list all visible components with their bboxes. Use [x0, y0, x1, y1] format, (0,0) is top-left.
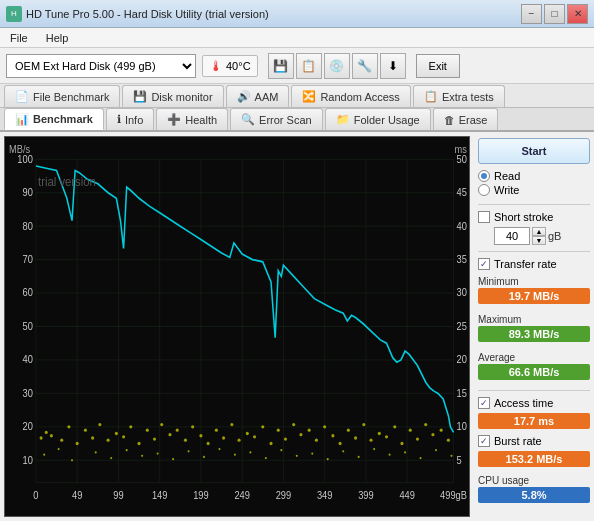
svg-text:99: 99 [113, 490, 123, 501]
toolbar-btn-5[interactable]: ⬇ [380, 53, 406, 79]
svg-point-47 [222, 436, 225, 439]
svg-point-66 [369, 439, 372, 442]
minimize-button[interactable]: − [521, 4, 542, 24]
exit-button[interactable]: Exit [416, 54, 460, 78]
average-label: Average [478, 352, 590, 363]
svg-point-96 [342, 450, 344, 452]
burst-rate-checkbox[interactable]: ✓ [478, 435, 490, 447]
svg-point-62 [339, 442, 342, 445]
tab-info[interactable]: ℹ Info [106, 108, 154, 130]
svg-text:50: 50 [457, 153, 467, 164]
svg-point-71 [409, 428, 412, 431]
tab-folder-usage[interactable]: 📁 Folder Usage [325, 108, 431, 130]
spinbox-input[interactable] [494, 227, 530, 245]
tab-aam[interactable]: 🔊 AAM [226, 85, 290, 107]
minimum-value: 19.7 MB/s [478, 288, 590, 304]
transfer-rate-label: Transfer rate [494, 258, 557, 270]
tab-erase[interactable]: 🗑 Erase [433, 108, 499, 130]
svg-text:30: 30 [457, 287, 467, 298]
svg-point-86 [188, 450, 190, 452]
menu-file[interactable]: File [6, 31, 32, 45]
svg-point-73 [424, 423, 427, 426]
svg-text:149: 149 [152, 490, 167, 501]
extra-tests-icon: 📋 [424, 90, 438, 103]
erase-icon: 🗑 [444, 114, 455, 126]
svg-point-80 [95, 451, 97, 453]
temperature-display: 🌡 40°C [202, 55, 258, 77]
tab-extra-tests[interactable]: 📋 Extra tests [413, 85, 505, 107]
disk-select[interactable]: OEM Ext Hard Disk (499 gB) [6, 54, 196, 78]
svg-point-27 [67, 425, 70, 428]
maximize-button[interactable]: □ [544, 4, 565, 24]
svg-point-28 [76, 442, 79, 445]
access-time-option[interactable]: ✓ Access time [478, 397, 590, 409]
svg-point-37 [146, 428, 149, 431]
svg-point-89 [234, 454, 236, 456]
svg-point-38 [153, 437, 156, 440]
toolbar-btn-1[interactable]: 💾 [268, 53, 294, 79]
svg-point-23 [40, 436, 43, 439]
tab-health[interactable]: ➕ Health [156, 108, 228, 130]
svg-text:49: 49 [72, 490, 82, 501]
start-button[interactable]: Start [478, 138, 590, 164]
app-icon: H [6, 6, 22, 22]
tab-file-benchmark[interactable]: 📄 File Benchmark [4, 85, 120, 107]
access-time-label: Access time [494, 397, 553, 409]
svg-point-85 [172, 458, 174, 460]
svg-point-54 [277, 428, 280, 431]
tab-random-access[interactable]: 🔀 Random Access [291, 85, 410, 107]
svg-point-77 [43, 454, 45, 456]
toolbar-btn-4[interactable]: 🔧 [352, 53, 378, 79]
svg-text:90: 90 [23, 187, 33, 198]
svg-point-34 [122, 435, 125, 438]
svg-text:30: 30 [23, 387, 33, 398]
menu-help[interactable]: Help [42, 31, 73, 45]
access-time-checkbox[interactable]: ✓ [478, 397, 490, 409]
tab-error-scan[interactable]: 🔍 Error Scan [230, 108, 323, 130]
spin-up[interactable]: ▲ [532, 227, 546, 236]
transfer-rate-option[interactable]: ✓ Transfer rate [478, 258, 590, 270]
svg-point-40 [168, 433, 171, 436]
error-scan-label: Error Scan [259, 114, 312, 126]
burst-rate-option[interactable]: ✓ Burst rate [478, 435, 590, 447]
svg-point-25 [50, 434, 53, 437]
svg-text:80: 80 [23, 220, 33, 231]
close-button[interactable]: ✕ [567, 4, 588, 24]
svg-text:299: 299 [276, 490, 291, 501]
window-title: HD Tune Pro 5.00 - Hard Disk Utility (tr… [26, 8, 269, 20]
svg-text:249: 249 [234, 490, 249, 501]
benchmark-chart: 100 90 80 70 60 50 40 30 20 10 50 45 40 … [5, 137, 469, 516]
average-section: Average 66.6 MB/s [478, 352, 590, 382]
svg-point-98 [373, 448, 375, 450]
svg-point-70 [400, 442, 403, 445]
svg-point-59 [315, 439, 318, 442]
cpu-usage-label: CPU usage [478, 475, 590, 486]
svg-point-95 [327, 458, 329, 460]
read-radio[interactable] [478, 170, 490, 182]
access-time-value: 17.7 ms [478, 413, 590, 429]
write-radio[interactable] [478, 184, 490, 196]
spin-down[interactable]: ▼ [532, 236, 546, 245]
svg-point-84 [157, 452, 159, 454]
short-stroke-option[interactable]: Short stroke [478, 211, 590, 223]
main-content: 100 90 80 70 60 50 40 30 20 10 50 45 40 … [0, 132, 594, 521]
toolbar-btn-2[interactable]: 📋 [296, 53, 322, 79]
svg-text:10: 10 [457, 421, 467, 432]
transfer-rate-checkbox[interactable]: ✓ [478, 258, 490, 270]
svg-text:10: 10 [23, 454, 33, 465]
write-option[interactable]: Write [478, 184, 590, 196]
svg-point-41 [176, 428, 179, 431]
svg-point-53 [269, 442, 272, 445]
svg-text:60: 60 [23, 287, 33, 298]
short-stroke-checkbox[interactable] [478, 211, 490, 223]
svg-point-30 [91, 436, 94, 439]
maximum-value: 89.3 MB/s [478, 326, 590, 342]
svg-point-79 [71, 459, 73, 461]
tab-disk-monitor[interactable]: 💾 Disk monitor [122, 85, 223, 107]
svg-point-55 [284, 437, 287, 440]
tab-benchmark[interactable]: 📊 Benchmark [4, 108, 104, 130]
toolbar-btn-3[interactable]: 💿 [324, 53, 350, 79]
svg-point-26 [60, 439, 63, 442]
title-bar: H HD Tune Pro 5.00 - Hard Disk Utility (… [0, 0, 594, 28]
read-option[interactable]: Read [478, 170, 590, 182]
